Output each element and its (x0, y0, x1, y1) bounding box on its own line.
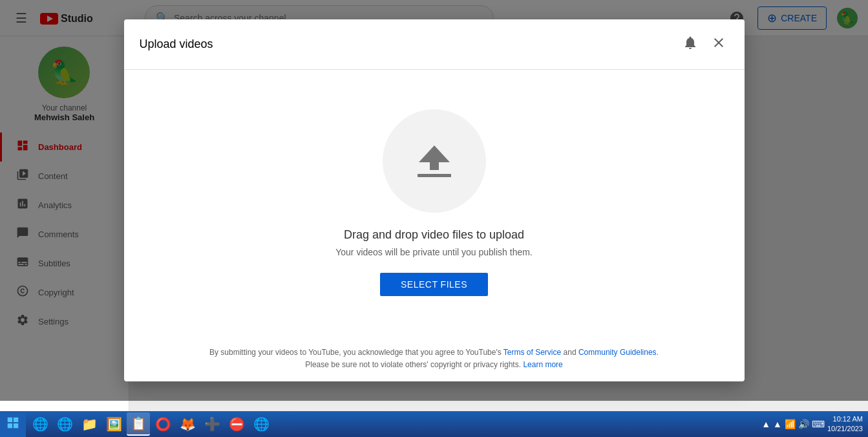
taskbar-firefox-icon[interactable]: 🦊 (176, 412, 199, 436)
modal-header-actions (680, 32, 729, 56)
select-files-button[interactable]: SELECT FILES (380, 273, 488, 296)
upload-stem (430, 162, 439, 170)
footer-period: . (657, 348, 659, 357)
taskbar-clock[interactable]: 10:12 AM 10/21/2023 (827, 414, 863, 434)
upload-modal: Upload videos Drag and drop video files … (124, 19, 745, 381)
modal-overlay: Upload videos Drag and drop video files … (0, 0, 868, 401)
upload-arrow-icon (419, 145, 450, 162)
footer-and: and (561, 348, 578, 357)
taskbar-folder-icon[interactable]: 📁 (78, 412, 101, 436)
footer-copyright-text: Please be sure not to violate others' co… (305, 360, 523, 369)
community-guidelines-link[interactable]: Community Guidelines (578, 348, 657, 357)
modal-title: Upload videos (140, 37, 213, 51)
taskbar-plus-icon[interactable]: ➕ (200, 412, 224, 436)
modal-body: Drag and drop video files to upload Your… (124, 70, 745, 336)
volume-icon[interactable]: 🔊 (798, 419, 809, 429)
upload-drop-area[interactable] (383, 109, 486, 213)
taskbar-edit-icon[interactable]: 📋 (127, 412, 150, 436)
learn-more-link[interactable]: Learn more (523, 360, 562, 369)
upload-icon (418, 145, 451, 177)
taskbar-chrome-icon[interactable]: 🌐 (249, 412, 273, 436)
tos-link[interactable]: Terms of Service (503, 348, 561, 357)
upload-base-line (418, 174, 451, 177)
modal-close-button[interactable] (708, 32, 729, 56)
keyboard-icon[interactable]: ⌨ (812, 419, 825, 429)
footer-text-pre: By submitting your videos to YouTube, yo… (209, 348, 503, 357)
tray-expand2-icon[interactable]: ▲ (773, 419, 782, 429)
modal-notification-button[interactable] (680, 32, 701, 56)
taskbar: 🌐 🌐 📁 🖼️ 📋 ⭕ 🦊 ➕ ⛔ 🌐 ▲ ▲ 📶 🔊 ⌨ 10:12 AM … (0, 411, 868, 437)
start-button[interactable] (0, 411, 26, 437)
modal-footer: By submitting your videos to YouTube, yo… (124, 336, 745, 381)
taskbar-ie2-icon[interactable]: 🌐 (53, 412, 76, 436)
windows-icon (6, 416, 20, 433)
taskbar-ie-icon[interactable]: 🌐 (28, 412, 52, 436)
taskbar-photo-icon[interactable]: 🖼️ (102, 412, 125, 436)
drag-drop-text: Drag and drop video files to upload (344, 228, 524, 242)
taskbar-cancel-icon[interactable]: ⛔ (225, 412, 248, 436)
clock-date: 10/21/2023 (827, 424, 863, 434)
clock-time: 10:12 AM (827, 414, 863, 424)
modal-header: Upload videos (124, 19, 745, 70)
system-tray: ▲ ▲ 📶 🔊 ⌨ (761, 419, 825, 429)
tray-expand-icon[interactable]: ▲ (761, 419, 770, 429)
taskbar-items: 🌐 🌐 📁 🖼️ 📋 ⭕ 🦊 ➕ ⛔ 🌐 (26, 412, 756, 436)
upload-sub-text: Your videos will be private until you pu… (335, 247, 533, 257)
network-icon[interactable]: 📶 (785, 419, 796, 429)
taskbar-right: ▲ ▲ 📶 🔊 ⌨ 10:12 AM 10/21/2023 (756, 414, 868, 434)
taskbar-opera-icon[interactable]: ⭕ (151, 412, 175, 436)
